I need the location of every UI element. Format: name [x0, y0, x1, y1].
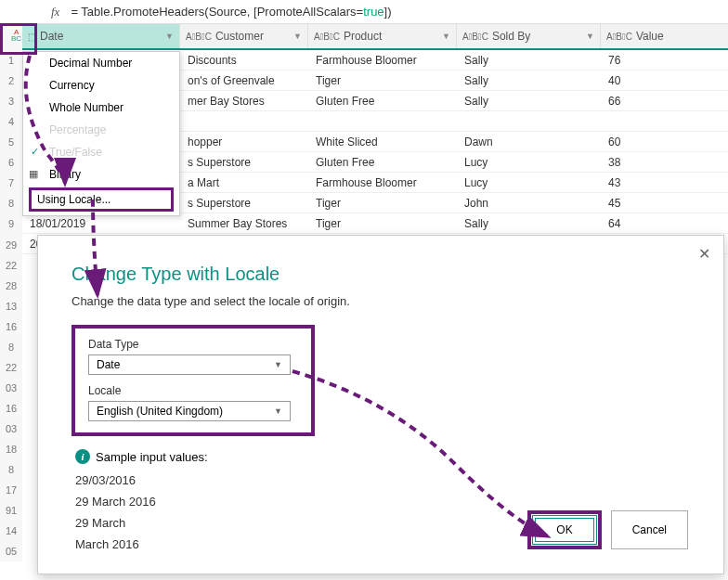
cell-value: 76 — [601, 54, 712, 67]
row-number[interactable]: 9 — [0, 213, 22, 234]
row-number[interactable]: 18 — [0, 439, 22, 459]
row-number[interactable]: 28 — [0, 276, 22, 296]
chevron-down-icon[interactable]: ▼ — [442, 32, 450, 41]
cell-customer: a Mart — [180, 176, 308, 189]
cell-product: Tiger — [308, 217, 457, 230]
row-number[interactable]: 13 — [0, 296, 22, 316]
sample-value: 29/03/2016 — [75, 473, 690, 487]
menu-using-locale[interactable]: Using Locale... — [29, 187, 174, 212]
row-number[interactable]: 2 — [0, 71, 22, 91]
ok-highlight: OK — [527, 510, 601, 549]
ok-button[interactable]: OK — [535, 518, 593, 542]
sample-value: 29 March 2016 — [75, 495, 690, 509]
cell-value: 66 — [601, 95, 712, 108]
cell-soldby: Lucy — [457, 156, 601, 169]
row-number[interactable]: 1 — [0, 50, 22, 71]
datatype-label: Data Type — [88, 338, 298, 351]
column-headers: ⬚Date▼ AͨBͨCCustomer▼ AͨBͨCProduct▼ AͨBͨ… — [22, 24, 728, 50]
cell-product: Gluten Free — [308, 95, 457, 108]
check-icon: ✓ — [31, 146, 39, 158]
cell-date: 18/01/2019 — [22, 217, 180, 230]
row-number[interactable]: 22 — [0, 255, 22, 276]
chevron-down-icon[interactable]: ▼ — [165, 32, 174, 41]
cell-product: Tiger — [308, 74, 457, 87]
table-row[interactable]: 18/01/2019Summer Bay StoresTigerSally64 — [22, 213, 728, 234]
dialog-buttons: OK Cancel — [527, 510, 688, 549]
row-number[interactable]: 17 — [0, 480, 22, 500]
chevron-down-icon[interactable]: ▼ — [293, 32, 302, 41]
cell-product: Tiger — [308, 197, 457, 210]
cell-soldby: Sally — [457, 74, 601, 87]
cell-value: 38 — [601, 156, 712, 169]
row-number[interactable]: 91 — [0, 500, 22, 521]
cancel-button[interactable]: Cancel — [611, 510, 688, 549]
col-date-label: Date — [40, 30, 63, 43]
cell-value: 64 — [601, 217, 712, 230]
cell-soldby: Sally — [457, 54, 601, 67]
col-product-label: Product — [344, 30, 382, 43]
row-number[interactable]: 16 — [0, 398, 22, 419]
row-number[interactable]: 03 — [0, 378, 22, 398]
cell-customer: Discounts — [180, 54, 308, 67]
row-number[interactable]: 3 — [0, 91, 22, 111]
abc-type-icon[interactable]: ABC — [11, 29, 21, 42]
row-number[interactable]: 8 — [0, 337, 22, 357]
locale-value: English (United Kingdom) — [97, 405, 223, 418]
col-product[interactable]: AͨBͨCProduct▼ — [308, 24, 457, 48]
menu-currency[interactable]: Currency — [23, 74, 179, 97]
type-icon[interactable]: ⬚ — [28, 32, 36, 42]
cell-soldby: Sally — [457, 217, 601, 230]
row-number[interactable]: 14 — [0, 521, 22, 541]
row-number[interactable]: 22 — [0, 357, 22, 378]
locale-label: Locale — [88, 384, 298, 397]
type-menu: Decimal Number Currency Whole Number Per… — [22, 51, 180, 216]
menu-decimal[interactable]: Decimal Number — [23, 52, 179, 74]
row-number[interactable]: 8 — [0, 459, 22, 480]
row-number[interactable]: 29 — [0, 235, 22, 255]
info-icon: i — [75, 449, 90, 464]
col-soldby-label: Sold By — [492, 30, 530, 43]
cell-customer: Summer Bay Stores — [180, 217, 308, 230]
cell-customer: mer Bay Stores — [180, 95, 308, 108]
col-soldby[interactable]: AͨBͨCSold By▼ — [457, 24, 601, 48]
chevron-down-icon: ▼ — [274, 360, 282, 369]
row-number[interactable]: 5 — [0, 132, 22, 152]
col-value[interactable]: AͨBͨCValue — [601, 24, 712, 48]
col-date[interactable]: ⬚Date▼ — [22, 24, 180, 48]
col-value-label: Value — [636, 30, 664, 43]
row-headers: 12345678910 — [0, 24, 22, 254]
binary-icon: ▦ — [29, 168, 38, 180]
row-number[interactable]: 4 — [0, 111, 22, 132]
cell-soldby: Dawn — [457, 135, 601, 148]
menu-whole[interactable]: Whole Number — [23, 97, 179, 119]
chevron-down-icon[interactable]: ▼ — [586, 32, 594, 41]
locale-select[interactable]: English (United Kingdom) ▼ — [88, 401, 291, 421]
row-number[interactable]: 03 — [0, 419, 22, 439]
sample-header: Sample input values: — [96, 450, 208, 464]
col-customer-label: Customer — [215, 30, 264, 43]
row-number[interactable]: 16 — [0, 316, 22, 337]
cell-soldby: Sally — [457, 95, 601, 108]
chevron-down-icon: ▼ — [274, 406, 282, 416]
row-number[interactable]: 05 — [0, 541, 22, 561]
row-number[interactable]: 6 — [0, 152, 22, 173]
menu-percentage[interactable]: Percentage — [23, 119, 179, 141]
datatype-value: Date — [97, 358, 120, 371]
formula-text[interactable]: = Table.PromoteHeaders(Source, [PromoteA… — [71, 5, 391, 19]
cell-soldby: John — [457, 197, 601, 210]
close-icon[interactable]: ✕ — [698, 245, 710, 263]
cell-value: 43 — [601, 176, 712, 189]
cell-value: 40 — [601, 74, 712, 87]
col-customer[interactable]: AͨBͨCCustomer▼ — [180, 24, 308, 48]
datatype-select[interactable]: Date ▼ — [88, 354, 291, 375]
cell-customer: hopper — [180, 135, 308, 148]
dialog-subtitle: Change the data type and select the loca… — [72, 294, 690, 308]
row-number[interactable]: 7 — [0, 173, 22, 193]
row-number[interactable]: 8 — [0, 193, 22, 213]
formula-bar: fx = Table.PromoteHeaders(Source, [Promo… — [0, 0, 728, 24]
menu-binary[interactable]: ▦Binary — [23, 163, 179, 186]
cell-product: Farmhouse Bloomer — [308, 54, 457, 67]
cell-customer: s Superstore — [180, 156, 308, 169]
fx-icon: fx — [51, 5, 59, 19]
menu-truefalse[interactable]: ✓True/False — [23, 141, 179, 163]
